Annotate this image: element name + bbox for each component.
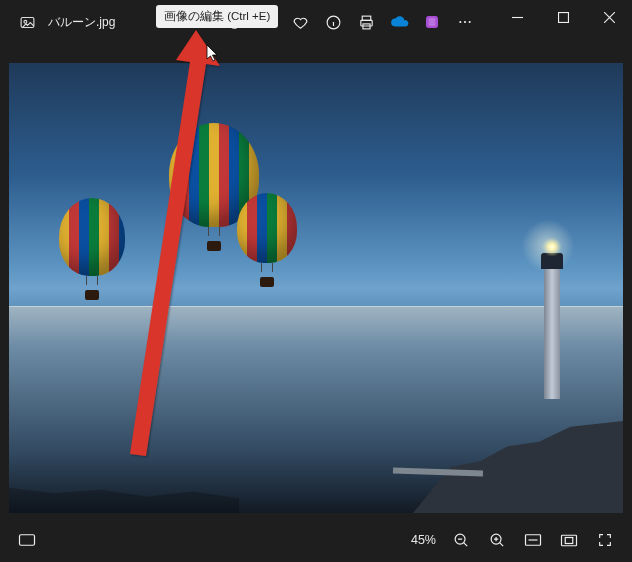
info-button[interactable]: [322, 11, 344, 33]
svg-rect-4: [362, 16, 371, 20]
image-canvas[interactable]: [0, 44, 632, 518]
zoom-out-button[interactable]: [450, 529, 472, 551]
favorite-button[interactable]: [289, 11, 311, 33]
zoom-in-button[interactable]: [486, 529, 508, 551]
svg-rect-18: [562, 535, 577, 546]
close-button[interactable]: [586, 0, 632, 34]
fullscreen-button[interactable]: [594, 529, 616, 551]
svg-point-11: [469, 21, 471, 23]
photos-app-icon: [18, 13, 36, 31]
zoom-percent: 45%: [411, 533, 436, 547]
status-bar: 45%: [0, 518, 632, 562]
edit-tooltip: 画像の編集 (Ctrl +E): [156, 5, 278, 28]
svg-rect-19: [565, 537, 573, 543]
window-controls: [494, 0, 632, 34]
titlebar: バルーン.jpg: [0, 0, 632, 44]
displayed-image: [9, 63, 623, 513]
svg-rect-12: [558, 12, 568, 22]
svg-rect-8: [429, 18, 436, 26]
minimize-button[interactable]: [494, 0, 540, 34]
print-button[interactable]: [355, 11, 377, 33]
more-button[interactable]: [454, 11, 476, 33]
svg-point-1: [23, 20, 26, 23]
photo-viewer-window: 画像の編集 (Ctrl +E) バルーン.jpg: [0, 0, 632, 562]
filmstrip-button[interactable]: [16, 529, 38, 551]
file-name: バルーン.jpg: [48, 14, 115, 31]
designer-button[interactable]: [421, 11, 443, 33]
svg-point-9: [459, 21, 461, 23]
svg-point-10: [464, 21, 466, 23]
maximize-button[interactable]: [540, 0, 586, 34]
onedrive-button[interactable]: [388, 11, 410, 33]
svg-rect-14: [20, 535, 35, 546]
fit-to-window-button[interactable]: [522, 529, 544, 551]
actual-size-button[interactable]: [558, 529, 580, 551]
